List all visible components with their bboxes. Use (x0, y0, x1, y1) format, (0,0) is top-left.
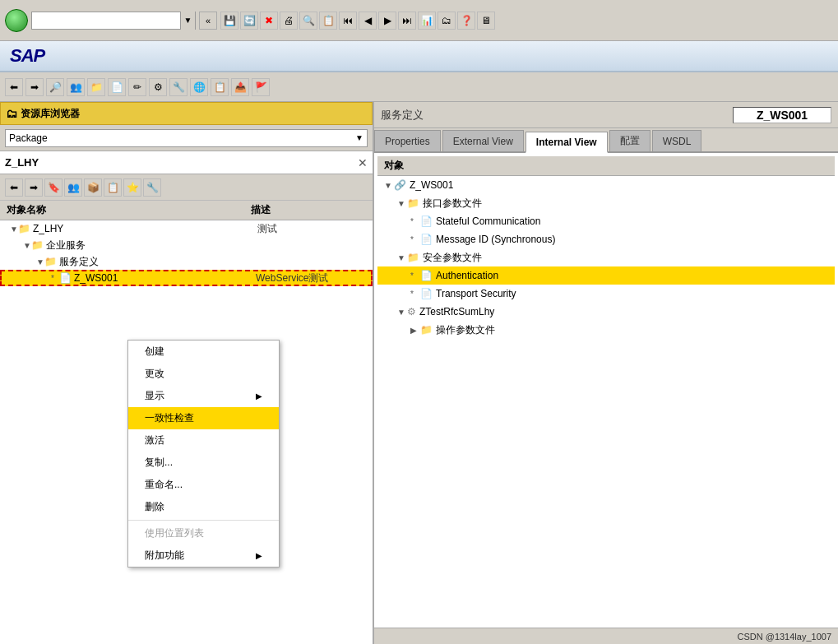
help-icon[interactable]: ❓ (457, 12, 475, 30)
first-icon[interactable]: ⏮ (339, 12, 357, 30)
lt-icon5[interactable]: 📦 (84, 178, 102, 197)
tree-item-enterprise[interactable]: ▼ 📁 企业服务 (0, 237, 373, 253)
cancel-icon[interactable]: ✖ (260, 12, 278, 30)
tabs-bar: Properties External View Internal View 配… (374, 128, 838, 153)
print-icon[interactable]: 🖨 (280, 12, 298, 30)
last-icon[interactable]: ⏭ (398, 12, 416, 30)
tab-wsdl[interactable]: WSDL (652, 130, 702, 151)
folder-icon[interactable]: 📁 (87, 78, 105, 96)
doc-icon[interactable]: 📄 (108, 78, 126, 96)
doc-icon-transport: 📄 (420, 288, 433, 299)
list-icon[interactable]: 📋 (211, 78, 229, 96)
lt-icon7[interactable]: ⭐ (123, 178, 141, 197)
ctx-activate[interactable]: 激活 (128, 429, 279, 452)
sap-logo: SAP (10, 45, 44, 67)
tree-item-zws001[interactable]: * 📄 Z_WS001 WebService测试 (0, 270, 373, 286)
left-tree-area: ▼ 📁 Z_LHY 测试 ▼ 📁 企业服务 ▼ 📁 服务定义 (0, 220, 373, 644)
service-name-value: Z_WS001 (733, 107, 831, 123)
pencil-icon[interactable]: ✏ (128, 78, 146, 96)
ctx-extras[interactable]: 附加功能 ▶ (128, 544, 279, 567)
ctx-consistency[interactable]: 一致性检查 (128, 407, 279, 429)
right-tree-security[interactable]: ▼ 📁 安全参数文件 (377, 248, 835, 266)
doc-icon-auth: 📄 (420, 270, 433, 281)
lt-icon4[interactable]: 👥 (64, 178, 82, 197)
tab-config[interactable]: 配置 (609, 130, 650, 151)
lt-icon6[interactable]: 📋 (104, 178, 122, 197)
tree-item-zlhy[interactable]: ▼ 📁 Z_LHY 测试 (0, 220, 373, 237)
ctx-delete[interactable]: 删除 (128, 496, 279, 518)
rt-arrow-security: ▼ (397, 253, 407, 262)
bottom-status: CSDN @1314lay_1007 (374, 628, 838, 644)
right-tree-transport[interactable]: * 📄 Transport Security (377, 285, 835, 303)
right-tree-interface[interactable]: ▼ 📁 接口参数文件 (377, 194, 835, 212)
monitor-icon[interactable]: 🖥 (477, 12, 495, 30)
second-toolbar: ⬅ ➡ 🔎 👥 📁 📄 ✏ ⚙ 🔧 🌐 📋 📤 🚩 (0, 72, 838, 102)
status-indicator (5, 9, 28, 32)
tree-arrow-enterprise: ▼ (23, 241, 31, 250)
lt-icon3[interactable]: 🔖 (44, 178, 63, 197)
tools1-icon[interactable]: 🔧 (169, 78, 188, 96)
forward-icon[interactable]: ➡ (25, 78, 44, 96)
export-icon[interactable]: 📤 (231, 78, 249, 96)
menu1-icon[interactable]: 📊 (418, 12, 436, 30)
rt-label-ztestrfc: ZTestRfcSumLhy (419, 306, 494, 317)
search-close-icon[interactable]: ✕ (358, 156, 368, 169)
prev-icon[interactable]: ◀ (359, 12, 377, 30)
lt-icon2[interactable]: ➡ (25, 178, 43, 197)
right-tree-stateful[interactable]: * 📄 Stateful Communication (377, 212, 835, 230)
rt-label-security: 安全参数文件 (423, 251, 482, 265)
ctx-extras-arrow: ▶ (256, 551, 262, 560)
rt-label-transport: Transport Security (436, 288, 516, 299)
right-tree-opparams[interactable]: ▶ 📁 操作参数文件 (377, 321, 835, 339)
ctx-create[interactable]: 创建 (128, 341, 279, 363)
panel-header-icon: 🗂 (6, 107, 17, 120)
ctx-display[interactable]: 显示 ▶ (128, 385, 279, 407)
folder-icon-enterprise: 📁 (31, 239, 44, 251)
next-icon[interactable]: ▶ (378, 12, 396, 30)
user-icon[interactable]: 👥 (67, 78, 85, 96)
search-input[interactable] (5, 156, 358, 169)
right-tree-msgid[interactable]: * 📄 Message ID (Synchronous) (377, 230, 835, 248)
top-toolbar-icons: 💾 🔄 ✖ 🖨 🔍 📋 ⏮ ◀ ▶ ⏭ 📊 🗂 ❓ 🖥 (220, 12, 495, 30)
status-text: CSDN @1314lay_1007 (737, 632, 831, 642)
tree-arrow-zlhy: ▼ (10, 225, 18, 234)
save-icon[interactable]: 💾 (220, 12, 238, 30)
page-icon[interactable]: 📋 (319, 12, 337, 30)
tab-properties-label: Properties (385, 136, 430, 147)
command-input[interactable] (32, 15, 180, 26)
tab-external[interactable]: External View (442, 130, 524, 151)
right-tree-ztestrfc[interactable]: ▼ ⚙ ZTestRfcSumLhy (377, 303, 835, 321)
rt-arrow-ztestrfc: ▼ (397, 308, 407, 317)
left-toolbar: ⬅ ➡ 🔖 👥 📦 📋 ⭐ 🔧 (0, 174, 373, 201)
hierarchy-icon[interactable]: 🌐 (190, 78, 208, 96)
left-table-header: 对象名称 描述 (0, 201, 373, 220)
tree-arrow-servicedef: ▼ (36, 257, 44, 266)
flag-icon[interactable]: 🚩 (252, 78, 270, 96)
top-toolbar: ▼ « 💾 🔄 ✖ 🖨 🔍 📋 ⏮ ◀ ▶ ⏭ 📊 🗂 ❓ 🖥 (0, 0, 838, 41)
ctx-copy[interactable]: 复制... (128, 452, 279, 474)
tree-item-servicedef[interactable]: ▼ 📁 服务定义 (0, 253, 373, 270)
refresh-icon[interactable]: 🔄 (240, 12, 258, 30)
rt-label-msgid: Message ID (Synchronous) (436, 234, 555, 245)
menu2-icon[interactable]: 🗂 (438, 12, 456, 30)
command-input-wrapper[interactable]: ▼ (31, 12, 196, 30)
package-dropdown[interactable]: Package ▼ (5, 129, 368, 147)
right-tree-auth[interactable]: * 📄 Authentication (377, 266, 835, 285)
panel-header-title: 资源库浏览器 (21, 107, 80, 121)
main-layout: 🗂 资源库浏览器 Package ▼ ✕ ⬅ ➡ 🔖 👥 📦 📋 ⭐ 🔧 (0, 102, 838, 644)
find-icon[interactable]: 🔍 (299, 12, 317, 30)
command-input-arrow[interactable]: ▼ (180, 12, 195, 30)
lt-icon1[interactable]: ⬅ (5, 178, 23, 197)
lt-icon8[interactable]: 🔧 (143, 178, 161, 197)
tab-internal[interactable]: Internal View (525, 132, 608, 153)
ctx-extras-label: 附加功能 (145, 549, 184, 563)
back-icon[interactable]: ⬅ (5, 78, 23, 96)
overview-icon[interactable]: 🔎 (46, 78, 64, 96)
ctx-rename[interactable]: 重命名... (128, 474, 279, 496)
right-tree-zws001[interactable]: ▼ 🔗 Z_WS001 (377, 176, 835, 194)
tab-properties[interactable]: Properties (374, 130, 441, 151)
nav-back-double[interactable]: « (199, 12, 217, 30)
settings-icon[interactable]: ⚙ (149, 78, 167, 96)
rt-arrow-transport: * (410, 290, 420, 299)
ctx-edit[interactable]: 更改 (128, 363, 279, 385)
